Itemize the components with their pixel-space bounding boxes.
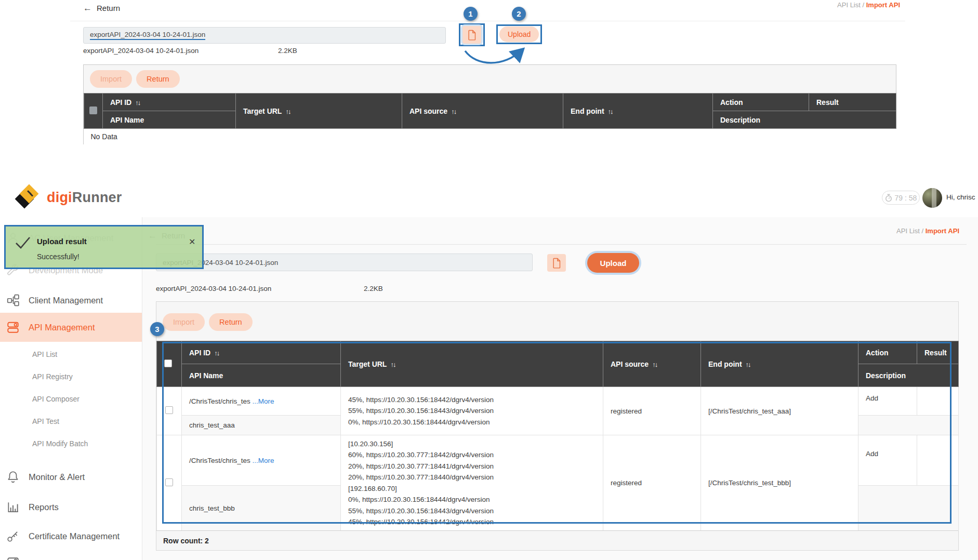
uploaded-file-size: 2.2KB — [364, 285, 383, 292]
header-api-name: API Name — [103, 111, 236, 129]
digirunner-logo-icon — [16, 184, 44, 210]
sort-icon: ↑↓ — [608, 108, 613, 115]
sort-icon: ↑↓ — [214, 349, 219, 357]
return-button[interactable]: Return — [209, 313, 253, 331]
file-name-input[interactable]: exportAPI_2024-03-04 10-24-01.json — [156, 254, 533, 271]
header-api-id[interactable]: API ID↑↓ — [103, 94, 236, 111]
card-icon — [6, 556, 20, 560]
sidebar-item-cut-off[interactable] — [0, 553, 142, 560]
divider — [70, 21, 905, 21]
sidebar-item-api-management[interactable]: API Management — [0, 313, 142, 342]
select-all-checkbox[interactable] — [164, 359, 172, 367]
breadcrumb-current: Import API — [926, 227, 959, 235]
breadcrumb-current: Import API — [866, 1, 900, 9]
table-row: /ChrisTest/chris_tes ...More 45%, https:… — [157, 387, 959, 416]
import-preview-panel: Import Return API ID↑↓ Target URL↑↓ API … — [83, 64, 896, 144]
sidebar-item-certificate-management[interactable]: Certificate Management — [0, 525, 142, 548]
page: { "colors": { "accent_orange": "#f25c2a"… — [0, 0, 978, 560]
sort-icon: ↑↓ — [652, 361, 657, 368]
session-timer[interactable]: 79 : 58 — [882, 191, 920, 205]
sidebar-item-monitor-alert[interactable]: Monitor & Alert — [0, 465, 142, 488]
back-arrow-icon: ← — [83, 3, 92, 13]
header-api-source[interactable]: API source↑↓ — [402, 94, 563, 129]
breadcrumb-parent[interactable]: API List — [896, 227, 920, 235]
sort-icon: ↑↓ — [451, 108, 456, 115]
return-label: Return — [97, 4, 120, 12]
breadcrumb-separator: / — [922, 227, 924, 235]
sidebar-subitem-api-registry[interactable]: API Registry — [0, 372, 142, 381]
header-api-source[interactable]: API source↑↓ — [603, 341, 701, 387]
select-all-checkbox[interactable] — [89, 106, 97, 114]
header-api-name: API Name — [182, 364, 341, 387]
choose-file-button[interactable] — [547, 254, 566, 272]
description-cell — [858, 486, 959, 531]
sidebar-item-client-management[interactable]: Client Management — [0, 289, 142, 312]
file-icon — [468, 30, 477, 41]
header-api-id[interactable]: API ID↑↓ — [182, 341, 341, 364]
sidebar-subitem-api-composer[interactable]: API Composer — [0, 395, 142, 403]
api-id-cell: /ChrisTest/chris_tes ...More — [182, 387, 341, 416]
uploaded-file-name: exportAPI_2024-03-04 10-24-01.json — [83, 47, 199, 55]
row-count: Row count: 2 — [156, 530, 958, 550]
api-source-cell: registered — [603, 387, 701, 435]
sidebar-subitem-api-modify-batch[interactable]: API Modify Batch — [0, 439, 142, 448]
result-cell — [917, 387, 959, 416]
more-link[interactable]: ...More — [253, 397, 274, 405]
upload-button[interactable]: Upload — [587, 253, 639, 273]
divider — [156, 244, 967, 245]
upload-button[interactable]: Upload — [499, 26, 539, 42]
sidebar-subitem-api-list[interactable]: API List — [0, 350, 142, 358]
header-target-url[interactable]: Target URL↑↓ — [236, 94, 402, 129]
more-link[interactable]: ...More — [253, 457, 274, 464]
api-management-icon — [6, 321, 20, 334]
panel-toolbar: Import Return — [156, 302, 958, 341]
uploaded-file-name: exportAPI_2024-03-04 10-24-01.json — [156, 285, 271, 292]
breadcrumb: API List / Import API — [896, 227, 959, 235]
close-icon[interactable]: ✕ — [189, 238, 195, 246]
file-name-input[interactable]: exportAPI_2024-03-04 10-24-01.json — [83, 27, 446, 44]
uploaded-file-size: 2.2KB — [278, 47, 297, 55]
choose-file-button[interactable] — [462, 26, 481, 44]
import-result-panel: Import Return API ID↑↓ Target URL↑↓ API … — [156, 301, 959, 551]
target-url-cell: 45%, https://10.20.30.156:18442/dgrv4/ve… — [341, 387, 603, 435]
header-target-url[interactable]: Target URL↑↓ — [341, 341, 603, 387]
return-link[interactable]: ←Return — [83, 3, 120, 14]
row-checkbox[interactable] — [165, 478, 173, 486]
bell-icon — [6, 470, 20, 484]
import-button[interactable]: Import — [90, 70, 132, 88]
top-screenshot-import-page: ←Return API List / Import API exportAPI_… — [70, 0, 905, 174]
sort-icon: ↑↓ — [285, 108, 290, 115]
sidebar-item-reports[interactable]: Reports — [0, 496, 142, 518]
header-description: Description — [713, 111, 896, 129]
sort-icon: ↑↓ — [746, 361, 750, 368]
sort-icon: ↑↓ — [390, 361, 395, 368]
breadcrumb-parent[interactable]: API List — [837, 1, 861, 9]
header-result: Result — [917, 341, 959, 364]
main-content: API List / Import API ←Return exportAPI_… — [142, 217, 978, 560]
row-checkbox[interactable] — [165, 406, 173, 414]
step-badge-2: 2 — [512, 7, 526, 21]
end-point-cell: [/ChrisTest/chris_test_aaa] — [701, 387, 858, 435]
no-data-cell: No Data — [84, 129, 896, 144]
import-result-table: API ID↑↓ Target URL↑↓ API source↑↓ End p… — [156, 341, 959, 531]
api-name-cell: chris_test_aaa — [182, 416, 341, 435]
import-button[interactable]: Import — [163, 313, 205, 331]
breadcrumb: API List / Import API — [837, 1, 900, 9]
app-header-bar: digiRunner 79 : 58 Hi, chrisc — [0, 179, 978, 217]
toast-title: Upload result — [37, 237, 87, 246]
file-icon — [552, 258, 561, 269]
action-cell: Add — [858, 435, 917, 486]
step-badge-3: 3 — [150, 322, 164, 336]
end-point-cell: [/ChrisTest/chris_test_bbb] — [701, 435, 858, 531]
stopwatch-icon — [885, 194, 892, 202]
import-preview-table: API ID↑↓ Target URL↑↓ API source↑↓ End p… — [84, 93, 896, 144]
header-description: Description — [858, 364, 959, 387]
sort-icon: ↑↓ — [135, 99, 140, 106]
header-end-point[interactable]: End point↑↓ — [563, 94, 713, 129]
return-button[interactable]: Return — [136, 70, 180, 88]
user-avatar[interactable] — [922, 188, 942, 208]
header-end-point[interactable]: End point↑↓ — [701, 341, 858, 387]
bar-chart-icon — [6, 500, 20, 514]
sidebar-subitem-api-test[interactable]: API Test — [0, 417, 142, 425]
key-icon — [6, 529, 20, 543]
